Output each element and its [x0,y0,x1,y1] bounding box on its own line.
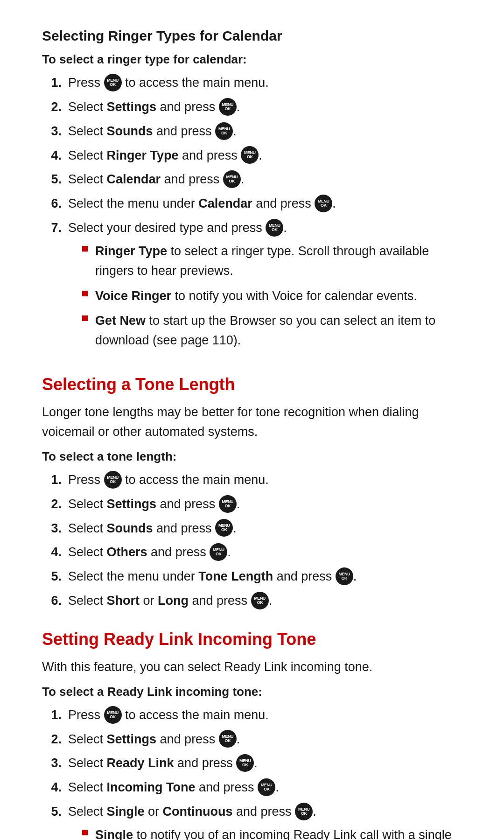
list-item: 3. Select Sounds and press MENUOK. [42,122,462,141]
list-item: 3. Select Ready Link and press MENUOK. [42,754,462,773]
menu-ok-icon: MENUOK [219,730,237,748]
step-number: 4. [42,146,68,166]
bullet-list: Ringer Type to select a ringer type. Scr… [68,242,462,350]
step-number: 1. [42,470,68,490]
bullet-item: Ringer Type to select a ringer type. Scr… [82,242,462,281]
step-number: 5. [42,567,68,587]
step-content: Select Short or Long and press MENUOK. [68,591,462,611]
step-content: Press MENUOK to access the main menu. [68,706,462,725]
bullet-square-icon [82,291,88,296]
list-item: 5. Select Calendar and press MENUOK. [42,170,462,189]
subsection-label-ringer: To select a ringer type for calendar: [42,52,462,67]
step-number: 4. [42,543,68,562]
step-number: 2. [42,730,68,749]
step-content: Select Ringer Type and press MENUOK. [68,146,462,166]
step-content: Select your desired type and press MENUO… [68,218,462,356]
menu-ok-icon: MENUOK [104,74,122,91]
step-number: 3. [42,519,68,539]
step-content: Select Settings and press MENUOK. [68,730,462,749]
subsection-label-ready-link: To select a Ready Link incoming tone: [42,685,462,699]
menu-ok-icon: MENUOK [104,706,122,724]
section-ready-link-incoming: Setting Ready Link Incoming Tone With th… [42,630,462,840]
list-item: 1. Press MENUOK to access the main menu. [42,706,462,725]
step-content: Select Single or Continuous and press ME… [68,802,462,840]
menu-ok-icon: MENUOK [336,567,353,585]
step-number: 2. [42,495,68,514]
list-item: 1. Press MENUOK to access the main menu. [42,73,462,93]
menu-ok-icon: MENUOK [104,471,122,489]
section-tone-length: Selecting a Tone Length Longer tone leng… [42,375,462,611]
section-ringer-types-calendar: Selecting Ringer Types for Calendar To s… [42,28,462,356]
step-number: 2. [42,98,68,117]
list-item: 5. Select the menu under Tone Length and… [42,567,462,587]
menu-ok-icon: MENUOK [251,592,269,609]
menu-ok-icon: MENUOK [219,98,237,116]
step-content: Press MENUOK to access the main menu. [68,470,462,490]
step-content: Select Sounds and press MENUOK. [68,122,462,141]
step-number: 7. [42,218,68,238]
step-content: Select Sounds and press MENUOK. [68,519,462,539]
bullet-list: Single to notify you of an incoming Read… [68,826,462,840]
step-number: 6. [42,194,68,214]
menu-ok-icon: MENUOK [215,122,233,140]
list-item: 4. Select Ringer Type and press MENUOK. [42,146,462,166]
list-item: 2. Select Settings and press MENUOK. [42,98,462,117]
step-number: 6. [42,591,68,611]
menu-ok-icon: MENUOK [236,754,254,772]
menu-ok-icon: MENUOK [266,219,283,237]
menu-ok-icon: MENUOK [315,195,332,212]
list-item: 3. Select Sounds and press MENUOK. [42,519,462,539]
menu-ok-icon: MENUOK [210,543,227,561]
step-content: Select Others and press MENUOK. [68,543,462,562]
bullet-content: Voice Ringer to notify you with Voice fo… [95,287,462,306]
step-content: Select the menu under Tone Length and pr… [68,567,462,587]
bullet-content: Single to notify you of an incoming Read… [95,826,462,840]
list-item: 6. Select Short or Long and press MENUOK… [42,591,462,611]
step-number: 1. [42,73,68,93]
step-content: Select Incoming Tone and press MENUOK. [68,778,462,798]
list-item: 4. Select Others and press MENUOK. [42,543,462,562]
section-heading-ringer-types: Selecting Ringer Types for Calendar [42,28,462,44]
section-heading-tone-length: Selecting a Tone Length [42,375,462,394]
menu-ok-icon: MENUOK [241,146,259,164]
menu-ok-icon: MENUOK [215,519,233,537]
step-number: 5. [42,802,68,822]
section-heading-ready-link: Setting Ready Link Incoming Tone [42,630,462,649]
step-number: 3. [42,754,68,773]
menu-ok-icon: MENUOK [258,778,275,796]
bullet-square-icon [82,246,88,252]
step-number: 5. [42,170,68,189]
list-item: 4. Select Incoming Tone and press MENUOK… [42,778,462,798]
steps-list-tone: 1. Press MENUOK to access the main menu.… [42,470,462,611]
bullet-item: Get New to start up the Browser so you c… [82,311,462,350]
list-item: 1. Press MENUOK to access the main menu. [42,470,462,490]
step-content: Select Settings and press MENUOK. [68,495,462,514]
step-number: 3. [42,122,68,141]
bullet-square-icon [82,830,88,835]
step-number: 1. [42,706,68,725]
step-content: Select the menu under Calendar and press… [68,194,462,214]
bullet-item: Single to notify you of an incoming Read… [82,826,462,840]
bullet-item: Voice Ringer to notify you with Voice fo… [82,287,462,306]
step-content: Press MENUOK to access the main menu. [68,73,462,93]
menu-ok-icon: MENUOK [219,495,237,513]
steps-list-ready-link: 1. Press MENUOK to access the main menu.… [42,706,462,840]
subsection-label-tone: To select a tone length: [42,449,462,464]
menu-ok-icon: MENUOK [223,170,241,188]
list-item: 6. Select the menu under Calendar and pr… [42,194,462,214]
list-item: 2. Select Settings and press MENUOK. [42,730,462,749]
step-content: Select Calendar and press MENUOK. [68,170,462,189]
bullet-square-icon [82,315,88,321]
list-item: 5. Select Single or Continuous and press… [42,802,462,840]
ready-link-body-text: With this feature, you can select Ready … [42,658,462,677]
tone-length-body-text: Longer tone lengths may be better for to… [42,403,462,442]
list-item: 7. Select your desired type and press ME… [42,218,462,356]
menu-ok-icon: MENUOK [295,803,313,820]
step-number: 4. [42,778,68,798]
step-content: Select Settings and press MENUOK. [68,98,462,117]
steps-list-ringer: 1. Press MENUOK to access the main menu.… [42,73,462,356]
page-content: Selecting Ringer Types for Calendar To s… [0,0,504,840]
list-item: 2. Select Settings and press MENUOK. [42,495,462,514]
bullet-content: Get New to start up the Browser so you c… [95,311,462,350]
step-content: Select Ready Link and press MENUOK. [68,754,462,773]
